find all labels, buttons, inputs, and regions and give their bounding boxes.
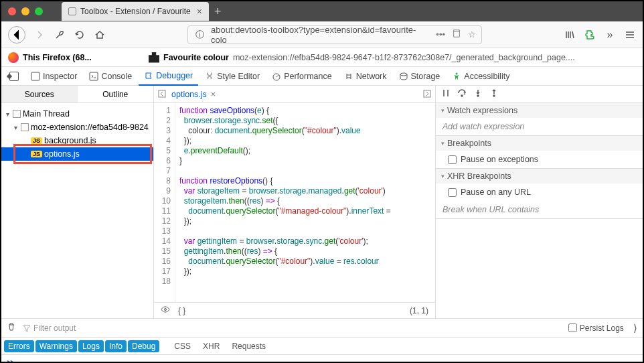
breakpoints-section-header[interactable]: Breakpoints bbox=[436, 136, 643, 151]
pause-on-any-url-checkbox[interactable]: Pause on any URL bbox=[436, 184, 643, 201]
back-button[interactable] bbox=[8, 26, 25, 44]
filter-css[interactable]: CSS bbox=[169, 340, 196, 352]
console-filter-input[interactable]: Filter output bbox=[23, 323, 76, 333]
debugger-right-pane: Watch expressions Add watch expression B… bbox=[435, 86, 643, 318]
split-console: Filter output Persist Logs ⟩ Errors Warn… bbox=[1, 319, 643, 363]
extension-puzzle-icon[interactable] bbox=[584, 29, 596, 41]
editor-status-bar: { } (1, 1) bbox=[154, 302, 435, 318]
debugger-controls bbox=[436, 86, 643, 103]
reload-button[interactable] bbox=[74, 29, 86, 41]
iframe-picker-icon[interactable] bbox=[4, 67, 24, 86]
svg-rect-0 bbox=[31, 72, 39, 80]
panel-console[interactable]: Console bbox=[84, 67, 137, 86]
watch-add-placeholder[interactable]: Add watch expression bbox=[436, 118, 643, 135]
url-text: about:devtools-toolbox?type=extension&id… bbox=[211, 25, 430, 45]
pause-resume-button[interactable] bbox=[441, 88, 451, 100]
svg-point-3 bbox=[400, 73, 407, 76]
panel-accessibility[interactable]: Accessibility bbox=[447, 67, 515, 86]
clear-console-icon[interactable] bbox=[7, 322, 16, 334]
sources-tree: ▾Main Thread ▾moz-extension://efba54d8-9… bbox=[1, 103, 153, 165]
code-body[interactable]: function saveOptions(e) { browser.storag… bbox=[175, 103, 435, 302]
tree-file-options[interactable]: JSoptions.js bbox=[1, 147, 153, 161]
firefox-logo-icon bbox=[8, 52, 19, 63]
step-out-button[interactable] bbox=[489, 88, 499, 100]
new-tab-button[interactable]: + bbox=[214, 5, 222, 19]
info-icon[interactable]: ⓘ bbox=[193, 29, 206, 41]
watch-section-header[interactable]: Watch expressions bbox=[436, 103, 643, 118]
svg-point-10 bbox=[493, 95, 495, 96]
bookmark-star-icon[interactable]: ☆ bbox=[468, 29, 476, 40]
console-close-icon[interactable]: ⟩ bbox=[631, 322, 637, 334]
step-over-button[interactable] bbox=[457, 88, 467, 100]
devtools-panel-tabs: Inspector Console Debugger Style Editor … bbox=[1, 67, 643, 86]
panel-inspector[interactable]: Inspector bbox=[25, 67, 82, 86]
filter-requests[interactable]: Requests bbox=[226, 340, 271, 352]
svg-point-8 bbox=[461, 95, 463, 96]
tab-title: Toolbox - Extension / Favourite bbox=[80, 7, 191, 16]
filter-debug[interactable]: Debug bbox=[128, 340, 159, 352]
reader-icon[interactable] bbox=[452, 29, 461, 40]
filter-warnings[interactable]: Warnings bbox=[35, 340, 77, 352]
extension-url: moz-extension://efba54d8-9824-9647-b1f2-… bbox=[233, 53, 575, 62]
sidebar-tab-sources[interactable]: Sources bbox=[1, 86, 78, 102]
sources-sidebar: Sources Outline ▾Main Thread ▾moz-extens… bbox=[1, 86, 154, 318]
tree-file-background[interactable]: JSbackground.js bbox=[1, 134, 153, 147]
forward-button[interactable] bbox=[33, 29, 46, 41]
xhr-url-hint[interactable]: Break when URL contains bbox=[436, 201, 643, 218]
library-icon[interactable] bbox=[564, 29, 576, 41]
panel-style-editor[interactable]: Style Editor bbox=[199, 67, 265, 86]
hamburger-menu-icon[interactable] bbox=[624, 29, 636, 41]
filter-logs[interactable]: Logs bbox=[78, 340, 104, 352]
filter-info[interactable]: Info bbox=[105, 340, 127, 352]
debug-context-bar: This Firefox (68... Favourite colour moz… bbox=[1, 48, 643, 67]
sidebar-tab-outline[interactable]: Outline bbox=[78, 86, 154, 102]
debug-target-selector[interactable]: This Firefox (68... bbox=[1, 52, 142, 63]
xhr-breakpoints-section-header[interactable]: XHR Breakpoints bbox=[436, 169, 643, 184]
close-tab-icon[interactable]: × bbox=[197, 6, 202, 17]
svg-rect-1 bbox=[90, 72, 98, 80]
devtools-wrench-icon[interactable] bbox=[54, 29, 66, 41]
scopes-icon[interactable]: { } bbox=[178, 306, 185, 315]
extension-name: Favourite colour bbox=[163, 53, 229, 62]
filter-errors[interactable]: Errors bbox=[4, 340, 34, 352]
editor-nav-back-icon[interactable] bbox=[158, 88, 166, 100]
console-input-prompt[interactable]: ≫ bbox=[1, 355, 643, 363]
panel-network[interactable]: Network bbox=[339, 67, 392, 86]
code-editor: options.js× 123456789101112131415161718 … bbox=[154, 86, 435, 318]
close-file-icon[interactable]: × bbox=[211, 90, 216, 99]
browser-toolbar: ⓘ about:devtools-toolbox?type=extension&… bbox=[1, 21, 643, 48]
tree-origin[interactable]: ▾moz-extension://efba54d8-9824 bbox=[1, 121, 153, 134]
url-bar[interactable]: ⓘ about:devtools-toolbox?type=extension&… bbox=[187, 25, 482, 44]
filter-xhr[interactable]: XHR bbox=[197, 340, 225, 352]
extension-icon bbox=[149, 52, 159, 63]
window-titlebar: Toolbox - Extension / Favourite × + bbox=[1, 1, 643, 21]
home-button[interactable] bbox=[94, 29, 106, 41]
page-actions-icon[interactable]: ••• bbox=[436, 29, 445, 40]
overflow-icon[interactable]: » bbox=[604, 29, 616, 41]
line-gutter[interactable]: 123456789101112131415161718 bbox=[154, 103, 175, 302]
svg-rect-5 bbox=[159, 90, 165, 97]
panel-storage[interactable]: Storage bbox=[394, 67, 446, 86]
persist-logs-checkbox[interactable]: Persist Logs bbox=[568, 323, 624, 333]
tree-thread[interactable]: ▾Main Thread bbox=[1, 107, 153, 121]
editor-file-tab[interactable]: options.js× bbox=[171, 90, 216, 99]
panel-performance[interactable]: Performance bbox=[266, 67, 337, 86]
step-in-button[interactable] bbox=[473, 88, 483, 100]
cursor-position: (1, 1) bbox=[410, 306, 428, 315]
debugger-main: Sources Outline ▾Main Thread ▾moz-extens… bbox=[1, 86, 643, 319]
svg-point-9 bbox=[477, 95, 479, 96]
minimize-window-button[interactable] bbox=[21, 7, 29, 15]
maximize-window-button[interactable] bbox=[35, 7, 43, 15]
svg-point-7 bbox=[165, 309, 167, 311]
editor-nav-fwd-icon[interactable] bbox=[423, 88, 431, 100]
watch-eye-icon[interactable] bbox=[161, 305, 170, 316]
debug-target-label: This Firefox (68... bbox=[23, 53, 92, 62]
svg-rect-6 bbox=[424, 90, 430, 97]
panel-debugger[interactable]: Debugger bbox=[139, 67, 198, 86]
svg-point-4 bbox=[456, 72, 458, 74]
page-icon bbox=[68, 7, 76, 15]
pause-on-exceptions-checkbox[interactable]: Pause on exceptions bbox=[436, 151, 643, 168]
close-window-button[interactable] bbox=[8, 7, 16, 15]
browser-tab[interactable]: Toolbox - Extension / Favourite × bbox=[62, 2, 209, 21]
